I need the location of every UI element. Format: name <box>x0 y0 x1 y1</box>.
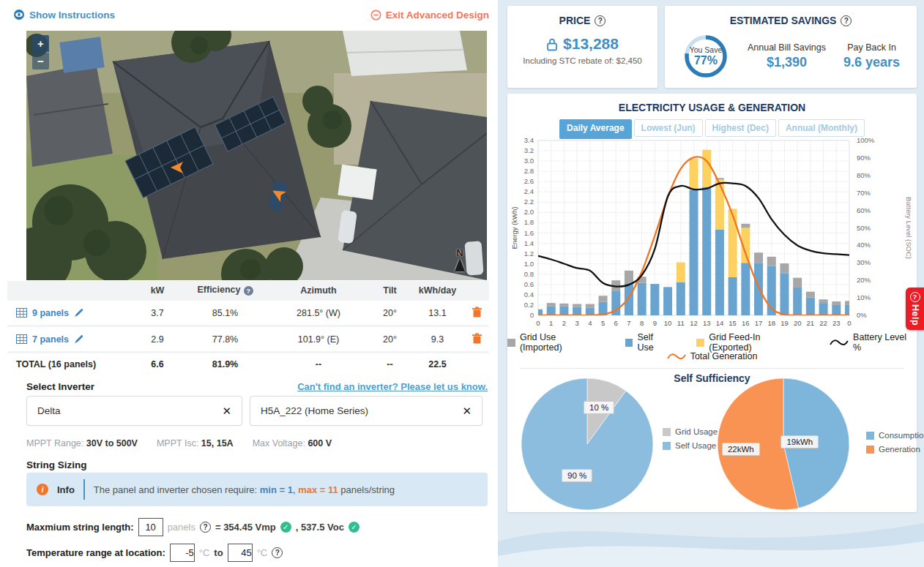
price-title: PRICE <box>559 15 591 26</box>
aerial-map[interactable]: + − N <box>26 31 487 280</box>
svg-text:1.8: 1.8 <box>524 218 534 226</box>
tab-daily-average[interactable]: Daily Average <box>559 119 632 137</box>
cell-tilt: 20° <box>370 334 410 345</box>
pie-legend-item: Consumption <box>866 431 924 440</box>
inverter-model-value: H5A_222 (Home Series) <box>261 405 368 416</box>
savings-help-icon[interactable]: ? <box>841 15 852 26</box>
svg-text:14: 14 <box>716 319 724 327</box>
temperature-range-row: Temperature range at location: °C to °C … <box>26 544 283 562</box>
chart-title: ELECTRICITY USAGE & GENERATION <box>507 94 917 113</box>
tab-lowest-jun[interactable]: Lowest (Jun) <box>634 119 703 137</box>
north-compass-icon: N <box>450 248 469 274</box>
panel-grid-icon <box>16 334 27 344</box>
svg-text:2.6: 2.6 <box>524 177 534 185</box>
cell-tilt: 20° <box>370 308 410 318</box>
col-azimuth: Azimuth <box>267 285 370 296</box>
svg-text:23: 23 <box>832 319 841 327</box>
svg-text:0%: 0% <box>857 311 867 319</box>
cell-kwhday: 9.3 <box>410 334 465 345</box>
cell-kwhday: 13.1 <box>410 308 465 318</box>
svg-text:12: 12 <box>690 319 698 327</box>
exit-advanced-design-button[interactable]: Exit Advanced Design <box>370 10 489 20</box>
tab-highest-dec[interactable]: Highest (Dec) <box>705 119 776 137</box>
col-kw: kW <box>132 285 183 296</box>
svg-text:1.6: 1.6 <box>524 229 534 237</box>
inverter-model-select[interactable]: H5A_222 (Home Series) ✕ <box>250 396 483 426</box>
price-card: PRICE ? $13,288 Including STC rebate of:… <box>507 6 657 88</box>
cell-kw: 3.7 <box>132 308 183 318</box>
pie-legend: ConsumptionGeneration <box>866 431 924 454</box>
legend-item: Grid Use (Imported) <box>507 332 600 353</box>
edit-pencil-icon[interactable] <box>74 334 83 344</box>
svg-text:4: 4 <box>588 319 592 327</box>
temperature-help-icon[interactable]: ? <box>272 547 283 558</box>
aerial-imagery <box>26 31 487 280</box>
table-header-row: kW Efficiency? Azimuth Tilt kWh/day <box>7 281 489 299</box>
select-inverter-label: Select Inverter <box>26 381 94 392</box>
svg-text:0: 0 <box>530 311 534 319</box>
delete-string-icon[interactable] <box>472 307 482 318</box>
svg-text:3.4: 3.4 <box>524 136 534 144</box>
max-string-length-input[interactable] <box>138 518 163 536</box>
inverter-brand-select[interactable]: Delta ✕ <box>26 396 242 426</box>
temp-min-input[interactable] <box>170 544 195 562</box>
svg-text:7: 7 <box>627 319 630 327</box>
edit-pencil-icon[interactable] <box>74 308 83 318</box>
svg-text:0.8: 0.8 <box>524 270 534 278</box>
minus-circle-icon <box>370 10 381 20</box>
string-1-link[interactable]: 9 panels <box>32 308 69 318</box>
svg-text:0: 0 <box>536 319 540 327</box>
chart-legend-row: Total Generation <box>507 351 917 361</box>
svg-text:8: 8 <box>640 319 644 327</box>
svg-text:9: 9 <box>653 319 657 327</box>
cell-efficiency: 85.1% <box>183 308 267 318</box>
usage-chart-card: ELECTRICITY USAGE & GENERATION Daily Ave… <box>507 94 917 512</box>
string-2-link[interactable]: 7 panels <box>32 334 69 345</box>
string-sizing-info: i Info The panel and inverter chosen req… <box>26 473 488 506</box>
map-zoom-in-button[interactable]: + <box>32 35 49 52</box>
svg-text:3.2: 3.2 <box>524 146 534 154</box>
inverter-request-link[interactable]: Can't find an inverter? Please let us kn… <box>297 381 488 392</box>
svg-text:19: 19 <box>780 319 789 327</box>
svg-text:30%: 30% <box>857 258 871 266</box>
help-button[interactable]: ? Help <box>906 288 924 330</box>
map-zoom-out-button[interactable]: − <box>32 53 49 70</box>
string-length-help-icon[interactable]: ? <box>200 522 211 533</box>
svg-text:1: 1 <box>549 319 553 327</box>
pie-legend-item: Generation <box>866 445 924 454</box>
price-help-icon[interactable]: ? <box>595 15 606 26</box>
legend-item: Battery Level % <box>830 332 917 353</box>
efficiency-help-icon[interactable]: ? <box>244 286 253 296</box>
col-efficiency: Efficiency? <box>183 285 267 295</box>
usage-generation-chart: 00.20.40.60.81.01.21.41.61.82.02.22.42.6… <box>507 135 917 333</box>
col-tilt: Tilt <box>370 285 410 296</box>
svg-text:Energy (kWh): Energy (kWh) <box>510 206 518 249</box>
show-instructions-button[interactable]: Show Instructions <box>13 9 115 20</box>
svg-text:0.2: 0.2 <box>524 301 534 309</box>
svg-text:22: 22 <box>819 319 827 327</box>
annual-bill-savings: Annual Bill Savings $1,390 <box>748 42 826 70</box>
svg-text:1.0: 1.0 <box>524 260 534 268</box>
clear-model-icon[interactable]: ✕ <box>462 405 472 418</box>
svg-text:3.0: 3.0 <box>524 157 534 165</box>
clear-brand-icon[interactable]: ✕ <box>222 405 231 418</box>
svg-text:60%: 60% <box>857 206 871 214</box>
svg-text:50%: 50% <box>857 224 871 232</box>
table-row: 9 panels 3.7 85.1% 281.5° (W) 20° 13.1 <box>7 301 489 325</box>
eye-icon <box>13 9 25 20</box>
svg-text:2: 2 <box>562 319 566 327</box>
left-header: Show Instructions Exit Advanced Design <box>13 9 489 20</box>
svg-text:1.4: 1.4 <box>524 239 534 247</box>
svg-text:0.6: 0.6 <box>524 280 534 288</box>
svg-text:2.8: 2.8 <box>524 167 534 175</box>
info-icon: i <box>37 484 48 495</box>
svg-text:10: 10 <box>664 319 672 327</box>
legend-item: Grid Feed-In (Exported) <box>696 332 805 353</box>
cell-efficiency: 77.8% <box>183 334 267 345</box>
svg-text:70%: 70% <box>857 189 871 197</box>
delete-string-icon[interactable] <box>472 333 482 344</box>
pie-legend-item: Self Usage <box>663 441 718 450</box>
svg-text:0: 0 <box>847 319 851 327</box>
tab-annual-monthly[interactable]: Annual (Monthly) <box>778 119 865 137</box>
temp-max-input[interactable] <box>228 544 253 562</box>
